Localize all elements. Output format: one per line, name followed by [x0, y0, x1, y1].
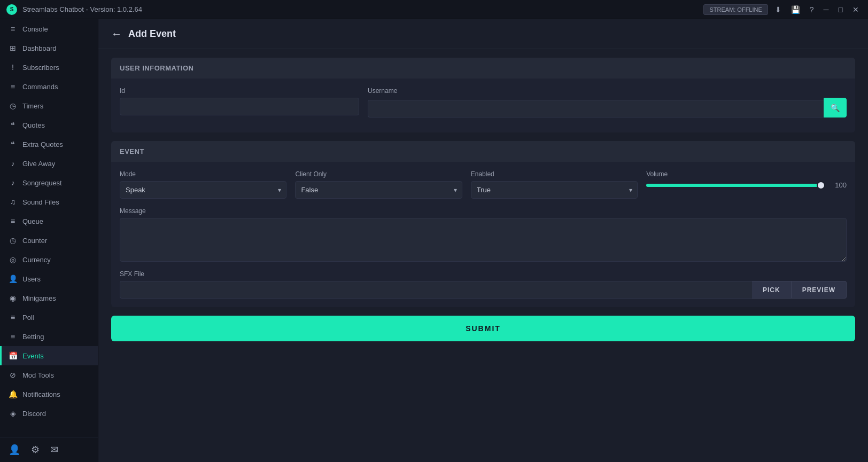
client-only-select-wrapper: False True [295, 181, 462, 199]
sidebar-label-betting: Betting [22, 333, 44, 341]
message-label: Message [120, 207, 847, 215]
sidebar-item-events[interactable]: 📅 Events [0, 346, 98, 365]
sidebar-label-songrequest: Songrequest [22, 179, 62, 187]
sidebar-item-extra-quotes[interactable]: ❝ Extra Quotes [0, 135, 98, 154]
sidebar-item-commands[interactable]: ≡ Commands [0, 77, 98, 96]
username-label: Username [368, 87, 847, 95]
maximize-icon[interactable]: □ [836, 4, 846, 15]
username-input[interactable] [368, 100, 824, 118]
client-only-select[interactable]: False True [295, 181, 462, 199]
songrequest-icon: ♪ [9, 178, 17, 187]
sidebar-label-dashboard: Dashboard [22, 44, 57, 52]
sidebar-item-betting[interactable]: ≡ Betting [0, 327, 98, 346]
quotes-icon: ❝ [9, 121, 17, 129]
user-info-section-title: User Information [111, 58, 855, 79]
sidebar-label-notifications: Notifications [22, 390, 60, 398]
enabled-select[interactable]: True False [471, 181, 638, 199]
extra-quotes-icon: ❝ [9, 140, 17, 148]
event-section: Event Mode Speak Sound Both [111, 141, 855, 307]
sidebar-item-currency[interactable]: ◎ Currency [0, 250, 98, 269]
user-profile-icon[interactable]: 👤 [9, 444, 20, 456]
id-input[interactable] [120, 98, 359, 115]
sidebar-label-counter: Counter [22, 237, 47, 245]
sidebar-item-counter[interactable]: ◷ Counter [0, 231, 98, 250]
sfx-row: PICK PREVIEW [120, 281, 847, 299]
sidebar-item-queue[interactable]: ≡ Queue [0, 212, 98, 231]
sidebar-label-currency: Currency [22, 256, 51, 264]
preview-button[interactable]: PREVIEW [792, 281, 847, 299]
sidebar-label-mod-tools: Mod Tools [22, 371, 54, 379]
volume-slider[interactable] [646, 184, 825, 187]
mode-select[interactable]: Speak Sound Both [120, 181, 286, 199]
mail-icon[interactable]: ✉ [50, 444, 58, 456]
volume-value: 100 [831, 181, 847, 189]
submit-section: SUBMIT [111, 316, 855, 341]
sidebar-item-timers[interactable]: ◷ Timers [0, 96, 98, 115]
sidebar-item-users[interactable]: 👤 Users [0, 269, 98, 288]
client-only-label: Client Only [295, 170, 462, 178]
sidebar-item-discord[interactable]: ◈ Discord [0, 404, 98, 423]
sidebar-label-timers: Timers [22, 102, 43, 110]
minigames-icon: ◉ [9, 294, 17, 302]
counter-icon: ◷ [9, 236, 17, 245]
sidebar-item-notifications[interactable]: 🔔 Notifications [0, 385, 98, 404]
app-logo: S [6, 4, 17, 15]
sfx-input[interactable] [120, 281, 752, 299]
enabled-label: Enabled [471, 170, 638, 178]
message-textarea[interactable] [120, 218, 847, 262]
pick-button[interactable]: PICK [752, 281, 792, 299]
download-icon[interactable]: ⬇ [772, 4, 784, 15]
mode-group: Mode Speak Sound Both [120, 170, 286, 199]
sidebar-label-sound-files: Sound Files [22, 198, 59, 206]
save-icon[interactable]: 💾 [788, 4, 803, 15]
mode-label: Mode [120, 170, 286, 178]
sidebar-item-songrequest[interactable]: ♪ Songrequest [0, 173, 98, 192]
timers-icon: ◷ [9, 101, 17, 110]
message-group: Message [120, 207, 847, 262]
help-icon[interactable]: ? [807, 4, 817, 15]
user-info-section: User Information Id Username [111, 58, 855, 132]
mode-select-wrapper: Speak Sound Both [120, 181, 286, 199]
main-layout: ≡ Console ⊞ Dashboard ! Subscribers ≡ Co… [0, 19, 868, 462]
volume-row: 100 [646, 181, 847, 189]
sidebar-item-poll[interactable]: ≡ Poll [0, 308, 98, 327]
submit-button[interactable]: SUBMIT [111, 316, 855, 341]
console-icon: ≡ [9, 25, 17, 33]
sidebar-label-quotes: Quotes [22, 121, 45, 129]
sidebar-label-console: Console [22, 25, 48, 33]
sidebar-bottom: 👤 ⚙ ✉ [0, 437, 98, 462]
queue-icon: ≡ [9, 217, 17, 225]
sfx-label: SFX File [120, 270, 847, 278]
sidebar-item-console[interactable]: ≡ Console [0, 19, 98, 38]
user-info-row: Id Username 🔍 [120, 87, 847, 118]
commands-icon: ≡ [9, 82, 17, 91]
sidebar-item-mod-tools[interactable]: ⊘ Mod Tools [0, 365, 98, 385]
event-section-title: Event [111, 141, 855, 162]
dashboard-icon: ⊞ [9, 44, 17, 52]
back-button[interactable]: ← [111, 28, 122, 40]
stream-status-badge: STREAM: OFFLINE [703, 4, 768, 15]
sidebar-label-events: Events [22, 352, 44, 360]
subscribers-icon: ! [9, 63, 17, 72]
minimize-icon[interactable]: ─ [821, 4, 832, 15]
username-input-wrap [368, 100, 824, 118]
search-icon: 🔍 [831, 104, 840, 112]
sidebar-item-dashboard[interactable]: ⊞ Dashboard [0, 38, 98, 58]
give-away-icon: ♪ [9, 159, 17, 168]
sidebar-item-give-away[interactable]: ♪ Give Away [0, 154, 98, 173]
sidebar-label-commands: Commands [22, 83, 58, 91]
poll-icon: ≡ [9, 313, 17, 322]
sound-files-icon: ♫ [9, 198, 17, 206]
search-button[interactable]: 🔍 [824, 98, 847, 118]
close-icon[interactable]: ✕ [850, 4, 862, 15]
enabled-select-wrapper: True False [471, 181, 638, 199]
enabled-group: Enabled True False [471, 170, 638, 199]
sidebar-label-subscribers: Subscribers [22, 64, 59, 72]
user-info-body: Id Username 🔍 [111, 79, 855, 132]
sidebar-item-quotes[interactable]: ❝ Quotes [0, 115, 98, 135]
event-fields-row: Mode Speak Sound Both Client Only [120, 170, 847, 199]
settings-icon[interactable]: ⚙ [31, 444, 40, 456]
sidebar-item-subscribers[interactable]: ! Subscribers [0, 58, 98, 77]
sidebar-item-minigames[interactable]: ◉ Minigames [0, 288, 98, 308]
sidebar-item-sound-files[interactable]: ♫ Sound Files [0, 192, 98, 212]
